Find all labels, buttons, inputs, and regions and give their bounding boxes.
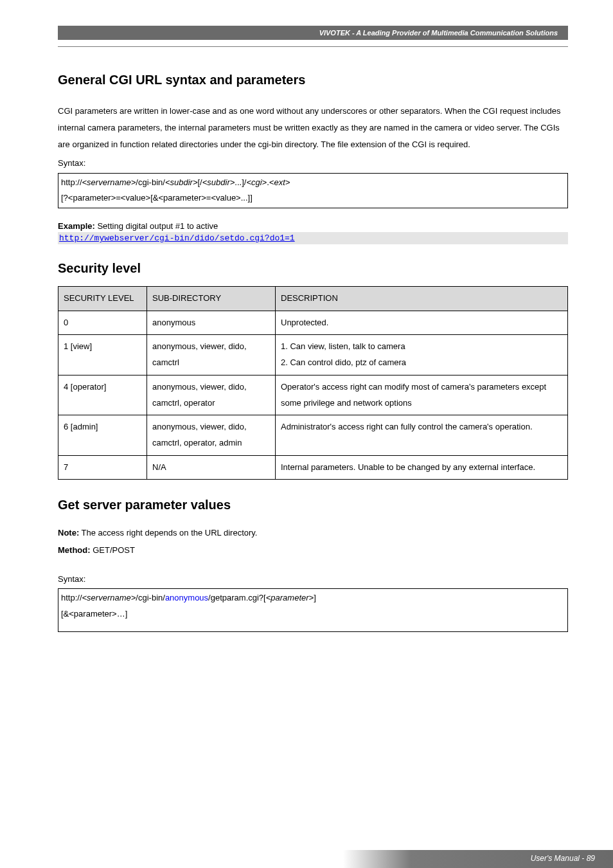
table-row: 1 [view] anonymous, viewer, dido, camctr…: [58, 335, 568, 375]
example-text: Setting digital output #1 to active: [95, 221, 218, 231]
brand-line: VIVOTEK - A Leading Provider of Multimed…: [319, 29, 558, 37]
cell-desc-line2: 2. Can control dido, ptz of camera: [281, 355, 562, 371]
th-desc: DESCRIPTION: [276, 287, 568, 311]
cell-level: 1 [view]: [58, 335, 147, 375]
syntax-box-2: http://<servername>/cgi-bin/anonymous/ge…: [58, 588, 568, 631]
table-header-row: SECURITY LEVEL SUB-DIRECTORY DESCRIPTION: [58, 287, 568, 311]
cell-desc: Operator's access right can modify most …: [276, 375, 568, 415]
table-row: 0 anonymous Unprotected.: [58, 311, 568, 335]
method-line: Method: GET/POST: [58, 543, 568, 559]
cell-sub: anonymous, viewer, dido, camctrl, operat…: [147, 415, 276, 455]
example-prefix: Example:: [58, 221, 95, 231]
cell-desc: Internal parameters. Unable to be change…: [276, 455, 568, 480]
cell-level: 6 [admin]: [58, 415, 147, 455]
note-prefix: Note:: [58, 528, 79, 538]
cell-desc: Administrator's access right can fully c…: [276, 415, 568, 455]
table-row: 7 N/A Internal parameters. Unable to be …: [58, 455, 568, 480]
syntax-label-2: Syntax:: [58, 572, 568, 588]
method-prefix: Method:: [58, 545, 91, 555]
security-table: SECURITY LEVEL SUB-DIRECTORY DESCRIPTION…: [58, 286, 568, 480]
note-line: Note: The access right depends on the UR…: [58, 525, 568, 541]
cell-desc: Unprotected.: [276, 311, 568, 335]
footer-bar: User's Manual - 89: [343, 850, 613, 868]
cell-sub: anonymous, viewer, dido, camctrl, operat…: [147, 375, 276, 415]
cell-level: 0: [58, 311, 147, 335]
example-line: Example: Setting digital output #1 to ac…: [58, 221, 568, 231]
syntax-label: Syntax:: [58, 156, 568, 172]
syntax-line-2: [?<parameter>=<value>[&<parameter>=<valu…: [61, 190, 565, 206]
cell-desc-line1: 1. Can view, listen, talk to camera: [281, 339, 562, 355]
syntax2-line-1: http://<servername>/cgi-bin/anonymous/ge…: [61, 590, 565, 606]
section3-title: Get server parameter values: [58, 498, 568, 512]
header-rule: [58, 46, 568, 47]
th-level: SECURITY LEVEL: [58, 287, 147, 311]
syntax2-line1-c: /getparam.cgi?[<parameter>]: [208, 593, 316, 602]
syntax-box: http://<servername>/cgi-bin/<subdir>[/<s…: [58, 173, 568, 208]
cell-sub: N/A: [147, 455, 276, 480]
section2-title: Security level: [58, 261, 568, 276]
header-bar: VIVOTEK - A Leading Provider of Multimed…: [58, 26, 568, 40]
section1-title: General CGI URL syntax and parameters: [58, 73, 568, 87]
example-link[interactable]: http://mywebserver/cgi-bin/dido/setdo.cg…: [58, 232, 568, 244]
cell-sub: anonymous, viewer, dido, camctrl: [147, 335, 276, 375]
cell-level: 7: [58, 455, 147, 480]
syntax2-line1-b: anonymous: [165, 593, 208, 602]
syntax2-line-2: [&<parameter>…]: [61, 606, 565, 622]
th-subdir: SUB-DIRECTORY: [147, 287, 276, 311]
cell-sub: anonymous: [147, 311, 276, 335]
method-text: GET/POST: [91, 545, 135, 555]
syntax-line-1: http://<servername>/cgi-bin/<subdir>[/<s…: [61, 175, 565, 191]
table-row: 4 [operator] anonymous, viewer, dido, ca…: [58, 375, 568, 415]
footer-text: User's Manual - 89: [531, 854, 595, 863]
syntax2-line1-a: http://<servername>/cgi-bin/: [61, 593, 165, 602]
section1-paragraph: CGI parameters are written in lower-case…: [58, 103, 568, 153]
table-row: 6 [admin] anonymous, viewer, dido, camct…: [58, 415, 568, 455]
cell-desc: 1. Can view, listen, talk to camera 2. C…: [276, 335, 568, 375]
cell-level: 4 [operator]: [58, 375, 147, 415]
note-text: The access right depends on the URL dire…: [79, 528, 257, 538]
